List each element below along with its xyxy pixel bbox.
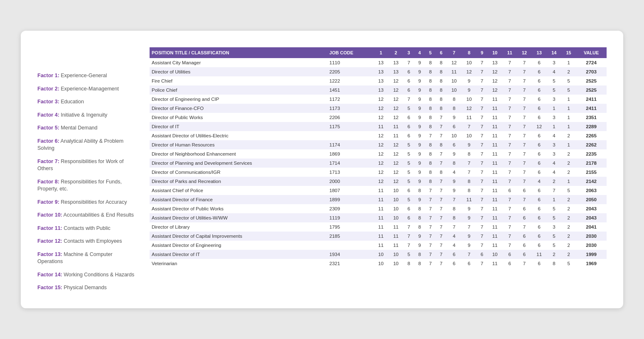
row-col-10-16: 11 <box>487 204 502 213</box>
factor-label-5: Factor 5: <box>37 125 59 131</box>
row-col-12-9: 7 <box>517 140 531 149</box>
sidebar-item-factor-6: Factor 6: Analytical Ability & Problem S… <box>37 138 137 152</box>
row-col-15-0: 1 <box>561 58 576 67</box>
row-code-9: 1174 <box>327 140 374 149</box>
row-col-8-3: 9 <box>462 85 477 95</box>
table-row: Director of Parks and Recreation20001212… <box>150 177 607 186</box>
row-code-7: 1175 <box>327 122 374 131</box>
row-col-7-2: 10 <box>447 76 462 85</box>
row-col-5-2: 8 <box>425 76 436 85</box>
row-col-3-18: 7 <box>403 222 414 232</box>
row-col-14-4: 3 <box>547 95 561 104</box>
row-code-8 <box>327 131 374 140</box>
row-col-15-6: 1 <box>561 113 576 122</box>
row-code-15: 1899 <box>327 195 374 204</box>
factor-label-14: Factor 14: <box>37 272 62 278</box>
row-title-6: Director of Public Works <box>150 113 327 122</box>
row-col-4-20: 9 <box>414 241 425 250</box>
table-row: Director of Utilities2205131369881112712… <box>150 67 607 76</box>
main-card: Factor 1: Experience-GeneralFactor 2: Ex… <box>21 31 623 308</box>
row-col-11-10: 7 <box>502 149 517 159</box>
row-code-4: 1172 <box>327 95 374 104</box>
row-value-19: 2030 <box>576 232 607 241</box>
row-col-8-14: 8 <box>462 186 477 195</box>
row-col-7-12: 4 <box>447 168 462 177</box>
row-code-18: 1795 <box>327 222 374 232</box>
row-col-14-15: 1 <box>547 195 561 204</box>
row-col-1-9: 12 <box>374 140 388 149</box>
row-value-1: 2703 <box>576 67 607 76</box>
factor-label-3: Factor 3: <box>37 99 59 105</box>
row-col-10-17: 11 <box>487 213 502 222</box>
row-value-8: 2265 <box>576 131 607 140</box>
row-col-13-21: 11 <box>532 250 547 259</box>
row-col-9-22: 7 <box>477 259 487 268</box>
row-col-8-17: 9 <box>462 213 477 222</box>
table-row: Assistant Director of Utilities-W/WW1119… <box>150 213 607 222</box>
row-title-16: Assistant Director of Public Works <box>150 204 327 213</box>
row-col-2-4: 12 <box>388 95 403 104</box>
row-col-7-16: 8 <box>447 204 462 213</box>
row-col-1-10: 12 <box>374 149 388 159</box>
row-col-11-14: 6 <box>502 186 517 195</box>
row-col-15-5: 1 <box>561 104 576 113</box>
row-col-4-11: 9 <box>414 159 425 168</box>
col-header-code: JOB CODE <box>327 47 374 58</box>
row-col-13-19: 6 <box>532 232 547 241</box>
row-col-7-5: 8 <box>447 104 462 113</box>
row-col-14-3: 5 <box>547 85 561 95</box>
row-col-3-7: 6 <box>403 122 414 131</box>
factor-desc-2: Experience-Management <box>61 86 119 92</box>
row-col-14-13: 2 <box>547 177 561 186</box>
row-col-3-16: 6 <box>403 204 414 213</box>
row-col-12-2: 7 <box>517 76 531 85</box>
row-col-14-19: 5 <box>547 232 561 241</box>
row-col-14-16: 5 <box>547 204 561 213</box>
row-col-1-20: 11 <box>374 241 388 250</box>
row-col-5-7: 8 <box>425 122 436 131</box>
row-col-8-13: 8 <box>462 177 477 186</box>
row-col-5-14: 7 <box>425 186 436 195</box>
row-col-11-12: 7 <box>502 168 517 177</box>
row-col-3-6: 6 <box>403 113 414 122</box>
table-row: Director of Communications/IGR1713121259… <box>150 168 607 177</box>
row-col-1-0: 13 <box>374 58 388 67</box>
sidebar-item-factor-14: Factor 14: Working Conditions & Hazards <box>37 271 137 279</box>
row-col-5-8: 7 <box>425 131 436 140</box>
row-col-9-11: 7 <box>477 159 487 168</box>
row-value-22: 1969 <box>576 259 607 268</box>
row-title-1: Director of Utilities <box>150 67 327 76</box>
row-col-7-4: 8 <box>447 95 462 104</box>
row-col-12-19: 6 <box>517 232 531 241</box>
factor-label-4: Factor 4: <box>37 112 59 118</box>
factor-desc-12: Contacts with Employees <box>64 238 122 244</box>
row-col-6-20: 7 <box>436 241 447 250</box>
row-col-4-21: 8 <box>414 250 425 259</box>
row-col-2-13: 12 <box>388 177 403 186</box>
row-col-5-0: 8 <box>425 58 436 67</box>
row-col-13-6: 6 <box>532 113 547 122</box>
row-col-15-8: 2 <box>561 131 576 140</box>
row-title-13: Director of Parks and Recreation <box>150 177 327 186</box>
row-col-6-2: 8 <box>436 76 447 85</box>
row-col-13-8: 6 <box>532 131 547 140</box>
row-col-11-5: 7 <box>502 104 517 113</box>
col-header-15: 15 <box>561 47 576 58</box>
row-col-4-19: 9 <box>414 232 425 241</box>
row-col-1-18: 11 <box>374 222 388 232</box>
sidebar-item-factor-15: Factor 15: Physical Demands <box>37 284 137 292</box>
row-col-5-19: 7 <box>425 232 436 241</box>
row-col-12-16: 6 <box>517 204 531 213</box>
row-col-5-10: 8 <box>425 149 436 159</box>
row-col-4-8: 9 <box>414 131 425 140</box>
row-code-0: 1110 <box>327 58 374 67</box>
row-col-8-11: 7 <box>462 159 477 168</box>
row-col-3-12: 5 <box>403 168 414 177</box>
row-col-14-8: 4 <box>547 131 561 140</box>
row-col-2-8: 11 <box>388 131 403 140</box>
row-col-9-6: 7 <box>477 113 487 122</box>
row-col-11-20: 7 <box>502 241 517 250</box>
row-col-6-14: 7 <box>436 186 447 195</box>
sidebar: Factor 1: Experience-GeneralFactor 2: Ex… <box>37 47 137 292</box>
row-col-7-22: 6 <box>447 259 462 268</box>
